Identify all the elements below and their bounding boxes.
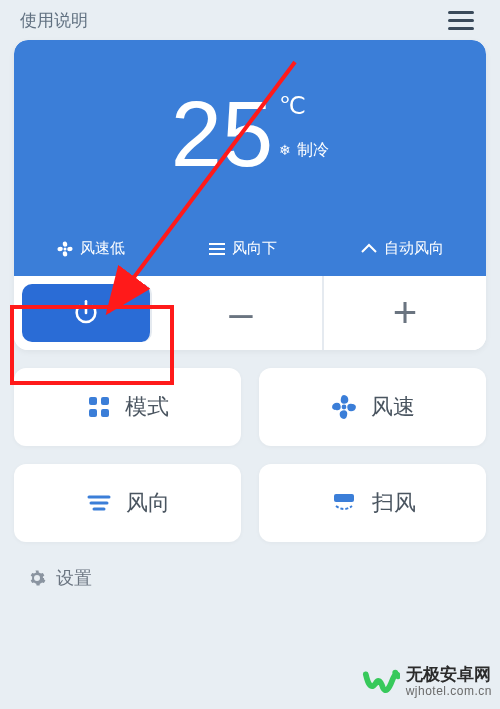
direction-button[interactable]: 风向 bbox=[14, 464, 241, 542]
snowflake-icon: ❄ bbox=[279, 142, 291, 158]
fan-icon bbox=[331, 394, 357, 420]
page-title: 使用说明 bbox=[20, 9, 88, 32]
fan-speed-button[interactable]: 风速 bbox=[259, 368, 486, 446]
gear-icon bbox=[28, 569, 46, 587]
grid-icon bbox=[87, 395, 111, 419]
sweep-button-label: 扫风 bbox=[372, 488, 416, 518]
status-auto-direction[interactable]: 自动风向 bbox=[360, 239, 444, 258]
status-auto-direction-label: 自动风向 bbox=[384, 239, 444, 258]
svg-rect-8 bbox=[101, 409, 109, 417]
direction-button-label: 风向 bbox=[126, 488, 170, 518]
sweep-icon bbox=[330, 492, 358, 514]
temperature-unit: ℃ bbox=[279, 92, 306, 120]
function-row-1: 模式 风速 bbox=[14, 368, 486, 446]
mode-button[interactable]: 模式 bbox=[14, 368, 241, 446]
svg-point-9 bbox=[341, 405, 346, 410]
plus-icon: + bbox=[393, 289, 418, 337]
lines-icon bbox=[208, 242, 226, 256]
main-card: 25 ℃ ❄ 制冷 风速低 bbox=[14, 40, 486, 350]
status-wind-direction-label: 风向下 bbox=[232, 239, 277, 258]
svg-rect-6 bbox=[101, 397, 109, 405]
fan-speed-button-label: 风速 bbox=[371, 392, 415, 422]
topbar: 使用说明 bbox=[0, 0, 500, 36]
watermark: 无极安卓网 wjhotel.com.cn bbox=[362, 663, 492, 701]
sweep-button[interactable]: 扫风 bbox=[259, 464, 486, 542]
status-row: 风速低 风向下 自动风向 bbox=[14, 227, 486, 276]
mode-label: 制冷 bbox=[297, 140, 329, 161]
power-icon bbox=[72, 299, 100, 327]
control-row: – + bbox=[14, 276, 486, 350]
temperature-value: 25 bbox=[171, 88, 273, 180]
function-row-2: 风向 扫风 bbox=[14, 464, 486, 542]
increase-button[interactable]: + bbox=[324, 276, 486, 350]
power-button[interactable] bbox=[22, 284, 152, 342]
status-fan-speed-label: 风速低 bbox=[80, 239, 125, 258]
settings-label: 设置 bbox=[56, 566, 92, 590]
auto-direction-icon bbox=[360, 242, 378, 256]
watermark-logo-icon bbox=[362, 663, 400, 701]
status-wind-direction[interactable]: 风向下 bbox=[208, 239, 277, 258]
svg-rect-5 bbox=[89, 397, 97, 405]
mode-button-label: 模式 bbox=[125, 392, 169, 422]
watermark-title: 无极安卓网 bbox=[406, 665, 492, 685]
svg-rect-7 bbox=[89, 409, 97, 417]
menu-icon[interactable] bbox=[442, 5, 480, 36]
minus-icon: – bbox=[229, 289, 252, 337]
svg-point-16 bbox=[392, 670, 398, 676]
svg-point-0 bbox=[63, 247, 66, 250]
svg-rect-13 bbox=[334, 494, 354, 502]
temperature-display: 25 ℃ ❄ 制冷 风速低 bbox=[14, 40, 486, 276]
watermark-url: wjhotel.com.cn bbox=[406, 685, 492, 699]
status-fan-speed[interactable]: 风速低 bbox=[56, 239, 125, 258]
settings-button[interactable]: 设置 bbox=[0, 542, 500, 590]
fan-icon bbox=[56, 240, 74, 258]
direction-icon bbox=[86, 493, 112, 513]
decrease-button[interactable]: – bbox=[160, 276, 324, 350]
